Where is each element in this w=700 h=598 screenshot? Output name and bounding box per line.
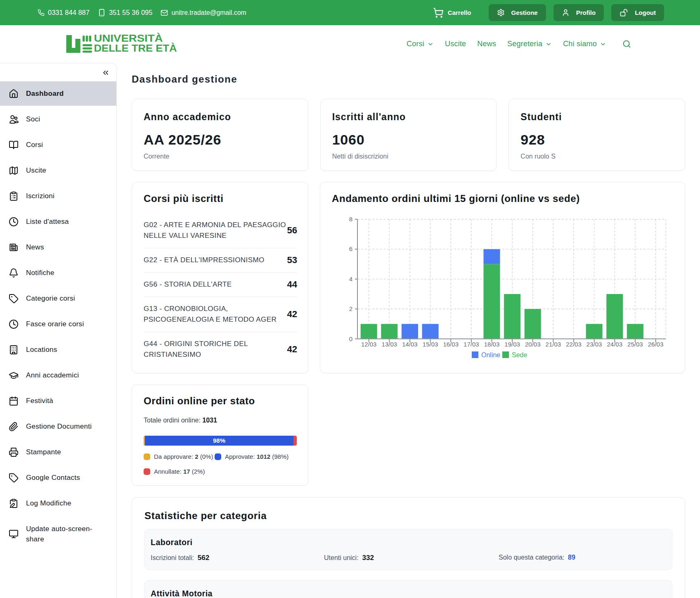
svg-text:22/03: 22/03: [566, 341, 582, 348]
svg-text:0: 0: [349, 335, 352, 342]
svg-text:20/03: 20/03: [525, 341, 541, 348]
svg-text:Sede: Sede: [512, 351, 527, 358]
svg-text:2: 2: [349, 305, 352, 312]
svg-text:Online: Online: [481, 351, 500, 358]
svg-text:14/03: 14/03: [402, 341, 418, 348]
svg-text:UNIVERSITÀ: UNIVERSITÀ: [94, 33, 163, 44]
svg-text:26/03: 26/03: [648, 341, 664, 348]
svg-text:12/03: 12/03: [361, 341, 377, 348]
svg-text:15/03: 15/03: [423, 341, 438, 348]
svg-text:DELLE TRE ETÀ: DELLE TRE ETÀ: [94, 43, 177, 54]
svg-text:19/03: 19/03: [504, 341, 520, 348]
svg-text:17/03: 17/03: [464, 341, 479, 348]
svg-text:21/03: 21/03: [546, 341, 561, 348]
svg-text:24/03: 24/03: [607, 341, 622, 348]
svg-text:23/03: 23/03: [586, 341, 602, 348]
svg-text:8: 8: [349, 216, 352, 223]
svg-text:16/03: 16/03: [443, 341, 459, 348]
svg-text:6: 6: [349, 245, 352, 252]
svg-text:18/03: 18/03: [484, 341, 500, 348]
svg-text:13/03: 13/03: [382, 341, 397, 348]
svg-text:25/03: 25/03: [627, 341, 643, 348]
svg-text:4: 4: [349, 275, 352, 282]
